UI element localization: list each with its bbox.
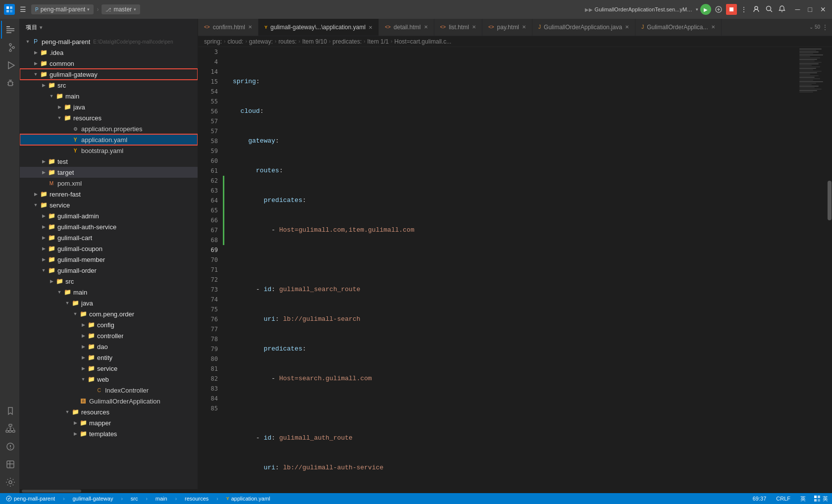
status-path-file[interactable]: Y application.yaml: [224, 496, 272, 502]
vertical-scrollbar-thumb[interactable]: [828, 181, 832, 220]
status-path-resources[interactable]: resources: [183, 496, 210, 502]
status-encoding[interactable]: 英: [798, 495, 808, 503]
tab-order-app-close[interactable]: ✕: [625, 24, 629, 30]
tree-item-gulimall-coupon[interactable]: ▶ 📁 gulimall-coupon: [20, 243, 198, 254]
tree-item-gateway-resources[interactable]: ▼ 📁 resources: [20, 112, 198, 123]
activity-plugins[interactable]: [1, 455, 19, 473]
notifications-button[interactable]: [777, 3, 787, 16]
tree-item-gateway-main[interactable]: ▼ 📁 main: [20, 91, 198, 101]
tree-item-service[interactable]: ▼ 📁 service: [20, 200, 198, 210]
tree-item-bootstrap-yaml[interactable]: ▶ Y bootstrap.yaml: [20, 145, 198, 156]
sidebar-scrollbar-thumb[interactable]: [22, 490, 81, 493]
tree-item-order-mapper[interactable]: ▶ 📁 mapper: [20, 417, 198, 428]
tab-detail-html[interactable]: <> detail.html ✕: [379, 19, 434, 36]
activity-run[interactable]: [1, 56, 19, 74]
bc-cloud[interactable]: cloud:: [227, 38, 243, 45]
close-button[interactable]: ✕: [818, 4, 828, 14]
tab-pay-close[interactable]: ✕: [522, 24, 526, 30]
project-selector[interactable]: P peng-mall-parent ▾: [31, 4, 94, 14]
tree-item-root[interactable]: ▼ P peng-mall-parent E:\Data\gitCode\pen…: [20, 36, 198, 47]
run-button[interactable]: ▶: [700, 4, 711, 15]
tab-gulimall-order-app[interactable]: J GulimallOrderApplication.java ✕: [532, 19, 635, 36]
minimize-button[interactable]: ─: [793, 4, 802, 14]
status-path-gateway[interactable]: gulimall-gateway: [71, 496, 115, 502]
tree-item-gulimall-gateway[interactable]: ▼ 📁 gulimall-gateway: [20, 69, 198, 80]
tree-item-target[interactable]: ▶ 📁 target: [20, 167, 198, 178]
tree-item-app-properties[interactable]: ▶ ⚙ application.properties: [20, 123, 198, 134]
code-content-area[interactable]: spring: cloud: gateway: routes: predicat…: [225, 47, 797, 493]
tab-gateway-yaml-close[interactable]: ✕: [368, 25, 372, 30]
tree-item-order-src[interactable]: ▶ 📁 src: [20, 276, 198, 287]
bc-spring[interactable]: spring:: [204, 38, 222, 45]
tab-confirm-html[interactable]: <> confirm.html ✕: [198, 19, 259, 36]
bc-item-910[interactable]: Item 9/10: [302, 38, 327, 45]
tab-list-html[interactable]: <> list.html ✕: [434, 19, 482, 36]
activity-todo[interactable]: [1, 438, 19, 455]
tree-item-gulimall-auth[interactable]: ▶ 📁 gulimall-auth-service: [20, 221, 198, 232]
activity-explorer[interactable]: [1, 21, 19, 39]
tree-item-gulimall-admin[interactable]: ▶ 📁 gulimall-admin: [20, 210, 198, 221]
status-path-src[interactable]: src: [129, 496, 140, 502]
tree-item-order-dao[interactable]: ▶ 📁 dao: [20, 341, 198, 352]
tree-item-order-entity[interactable]: ▶ 📁 entity: [20, 352, 198, 363]
status-project[interactable]: peng-mall-parent: [4, 496, 57, 502]
tree-item-order-web[interactable]: ▼ 📁 web: [20, 374, 198, 385]
hamburger-menu[interactable]: ☰: [17, 3, 29, 15]
vertical-scrollbar[interactable]: [827, 47, 832, 493]
activity-structure[interactable]: [1, 420, 19, 438]
bc-routes[interactable]: routes:: [278, 38, 297, 45]
branch-selector[interactable]: ⎇ master ▾: [102, 4, 140, 14]
minimap[interactable]: [797, 47, 827, 493]
bc-predicates[interactable]: predicates:: [333, 38, 362, 45]
build-button[interactable]: [713, 4, 724, 15]
tab-order-applic2-close[interactable]: ✕: [711, 24, 715, 30]
status-path-main[interactable]: main: [154, 496, 169, 502]
sidebar-scrollbar[interactable]: [20, 489, 198, 493]
more-options-button[interactable]: ⋮: [739, 4, 749, 15]
tab-list-dropdown[interactable]: ⋮: [822, 24, 828, 31]
bc-gateway[interactable]: gateway:: [249, 38, 273, 45]
maximize-button[interactable]: □: [806, 4, 814, 14]
tree-item-gulimall-order-app[interactable]: ▶ 🅰 GulimallOrderApplication: [20, 396, 198, 406]
sidebar-file-tree[interactable]: ▼ P peng-mall-parent E:\Data\gitCode\pen…: [20, 36, 198, 489]
tree-item-order-main[interactable]: ▼ 📁 main: [20, 287, 198, 298]
tree-item-renren-fast[interactable]: ▶ 📁 renren-fast: [20, 189, 198, 200]
tree-item-order-service[interactable]: ▶ 📁 service: [20, 363, 198, 374]
bc-host[interactable]: Host=cart.gulimall.c...: [394, 38, 451, 45]
tree-item-gulimall-cart[interactable]: ▶ 📁 gulimall-cart: [20, 232, 198, 243]
tab-gulimall-order-applic2[interactable]: J GulimallOrderApplica... ✕: [635, 19, 721, 36]
status-position[interactable]: 69:37: [751, 496, 769, 502]
search-button[interactable]: [764, 3, 775, 16]
tree-item-gateway-src[interactable]: ▶ 📁 src: [20, 80, 198, 91]
tree-item-order-java[interactable]: ▼ 📁 java: [20, 298, 198, 308]
editor-content[interactable]: 3 4 14 15 54 55 56 57 57 58 59 60 61 62 …: [198, 47, 832, 493]
tab-pay-html[interactable]: <> pay.html ✕: [482, 19, 532, 36]
tree-item-pom[interactable]: ▶ M pom.xml: [20, 178, 198, 189]
tree-item-order-resources[interactable]: ▼ 📁 resources: [20, 406, 198, 417]
stop-button[interactable]: [726, 4, 737, 15]
tree-item-idea[interactable]: ▶ 📁 .idea: [20, 47, 198, 58]
activity-vcs[interactable]: [1, 39, 19, 56]
tree-item-order-pkg[interactable]: ▼ 📁 com.peng.order: [20, 308, 198, 319]
tab-detail-close[interactable]: ✕: [424, 24, 428, 30]
tree-item-order-config[interactable]: ▶ 📁 config: [20, 319, 198, 330]
tree-item-common[interactable]: ▶ 📁 common: [20, 58, 198, 69]
tab-confirm-close[interactable]: ✕: [248, 24, 252, 30]
profile-button[interactable]: [751, 3, 762, 16]
tree-item-index-controller[interactable]: ▶ C IndexController: [20, 385, 198, 396]
activity-debug[interactable]: [1, 74, 19, 92]
activity-settings[interactable]: [1, 473, 19, 491]
tree-item-order-controller[interactable]: ▶ 📁 controller: [20, 330, 198, 341]
tree-item-gulimall-order[interactable]: ▼ 📁 gulimall-order: [20, 265, 198, 276]
tree-item-gulimall-member[interactable]: ▶ 📁 gulimall-member: [20, 254, 198, 265]
tree-item-gateway-java[interactable]: ▶ 📁 java: [20, 101, 198, 112]
tree-item-gateway-test[interactable]: ▶ 📁 test: [20, 156, 198, 167]
tree-item-app-yaml[interactable]: ▶ Y application.yaml: [20, 134, 198, 145]
tab-gateway-yaml[interactable]: Y gulimall-gateway\...\application.yaml …: [259, 19, 379, 36]
status-line-ending[interactable]: CRLF: [774, 496, 792, 502]
tab-list-close[interactable]: ✕: [472, 24, 476, 30]
bc-item-11[interactable]: Item 1/1: [367, 38, 389, 45]
activity-bookmarks[interactable]: [1, 402, 19, 420]
tab-more-button[interactable]: ⌄ 50 ⋮: [805, 19, 832, 36]
tree-item-order-templates[interactable]: ▶ 📁 templates: [20, 428, 198, 439]
